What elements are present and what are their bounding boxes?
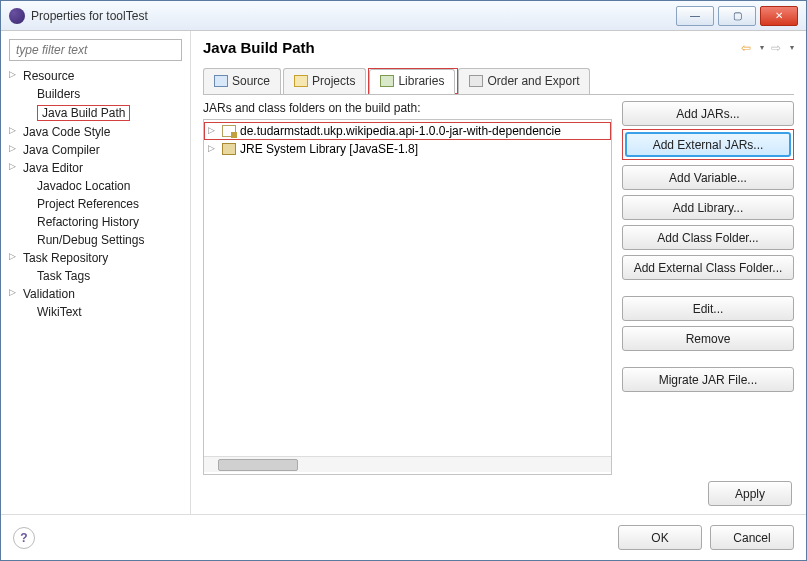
projects-icon	[294, 75, 308, 87]
tab-label: Source	[232, 74, 270, 88]
list-item-jar[interactable]: de.tudarmstadt.ukp.wikipedia.api-1.0.0-j…	[204, 122, 611, 140]
dialog-button-bar: ? OK Cancel	[1, 514, 806, 560]
horizontal-scrollbar[interactable]	[204, 456, 611, 472]
order-icon	[469, 75, 483, 87]
add-jars-button[interactable]: Add JARs...	[622, 101, 794, 126]
back-dropdown-icon[interactable]: ▾	[760, 43, 764, 52]
tree-item-project-references[interactable]: Project References	[9, 195, 182, 213]
tab-label: Order and Export	[487, 74, 579, 88]
list-caption: JARs and class folders on the build path…	[203, 101, 612, 115]
maximize-button[interactable]: ▢	[718, 6, 756, 26]
add-external-jars-button[interactable]: Add External JARs...	[625, 132, 791, 157]
add-class-folder-button[interactable]: Add Class Folder...	[622, 225, 794, 250]
tree-item-task-repository[interactable]: Task Repository	[9, 249, 182, 267]
window-title: Properties for toolTest	[31, 9, 672, 23]
cancel-button[interactable]: Cancel	[710, 525, 794, 550]
button-column: Add JARs... Add External JARs... Add Var…	[622, 101, 794, 475]
list-item-label: JRE System Library [JavaSE-1.8]	[240, 142, 418, 156]
minimize-button[interactable]: —	[676, 6, 714, 26]
tab-libraries[interactable]: Libraries	[369, 69, 455, 94]
libraries-icon	[380, 75, 394, 87]
help-icon[interactable]: ?	[13, 527, 35, 549]
filter-input[interactable]	[9, 39, 182, 61]
spacer	[622, 285, 794, 291]
tree-item-java-editor[interactable]: Java Editor	[9, 159, 182, 177]
tree-item-wikitext[interactable]: WikiText	[9, 303, 182, 321]
list-item-label: de.tudarmstadt.ukp.wikipedia.api-1.0.0-j…	[240, 124, 561, 138]
tab-label: Projects	[312, 74, 355, 88]
source-icon	[214, 75, 228, 87]
tree-item-run-debug-settings[interactable]: Run/Debug Settings	[9, 231, 182, 249]
page-title: Java Build Path	[203, 39, 738, 56]
tree-item-resource[interactable]: Resource	[9, 67, 182, 85]
remove-button[interactable]: Remove	[622, 326, 794, 351]
jar-icon	[222, 125, 236, 137]
add-library-button[interactable]: Add Library...	[622, 195, 794, 220]
category-tree: Resource Builders Java Build Path Java C…	[9, 67, 182, 321]
apply-button[interactable]: Apply	[708, 481, 792, 506]
migrate-jar-button[interactable]: Migrate JAR File...	[622, 367, 794, 392]
spacer	[622, 356, 794, 362]
tree-item-builders[interactable]: Builders	[9, 85, 182, 103]
sidebar: Resource Builders Java Build Path Java C…	[1, 31, 191, 514]
forward-icon[interactable]: ⇨	[768, 40, 784, 56]
library-icon	[222, 143, 236, 155]
add-variable-button[interactable]: Add Variable...	[622, 165, 794, 190]
back-icon[interactable]: ⇦	[738, 40, 754, 56]
tree-item-java-code-style[interactable]: Java Code Style	[9, 123, 182, 141]
tab-source[interactable]: Source	[203, 68, 281, 94]
tree-item-java-compiler[interactable]: Java Compiler	[9, 141, 182, 159]
list-item-jre[interactable]: JRE System Library [JavaSE-1.8]	[204, 140, 611, 158]
highlight-marker: Add External JARs...	[622, 129, 794, 160]
tree-item-validation[interactable]: Validation	[9, 285, 182, 303]
tab-order-export[interactable]: Order and Export	[458, 68, 590, 94]
tree-item-java-build-path[interactable]: Java Build Path	[9, 103, 182, 123]
highlight-marker: Libraries	[368, 68, 458, 94]
tab-projects[interactable]: Projects	[283, 68, 366, 94]
close-button[interactable]: ✕	[760, 6, 798, 26]
tree-item-refactoring-history[interactable]: Refactoring History	[9, 213, 182, 231]
tab-label: Libraries	[398, 74, 444, 88]
titlebar[interactable]: Properties for toolTest — ▢ ✕	[1, 1, 806, 31]
edit-button[interactable]: Edit...	[622, 296, 794, 321]
selected-marker: Java Build Path	[37, 105, 130, 121]
classpath-list[interactable]: de.tudarmstadt.ukp.wikipedia.api-1.0.0-j…	[203, 119, 612, 475]
tree-item-javadoc-location[interactable]: Javadoc Location	[9, 177, 182, 195]
tree-item-task-tags[interactable]: Task Tags	[9, 267, 182, 285]
ok-button[interactable]: OK	[618, 525, 702, 550]
main-panel: Java Build Path ⇦▾ ⇨▾ Source Projects Li…	[191, 31, 806, 514]
tab-bar: Source Projects Libraries Order and Expo…	[203, 68, 794, 95]
add-external-class-folder-button[interactable]: Add External Class Folder...	[622, 255, 794, 280]
scrollbar-thumb[interactable]	[218, 459, 298, 471]
app-icon	[9, 8, 25, 24]
forward-dropdown-icon[interactable]: ▾	[790, 43, 794, 52]
properties-dialog: Properties for toolTest — ▢ ✕ Resource B…	[0, 0, 807, 561]
